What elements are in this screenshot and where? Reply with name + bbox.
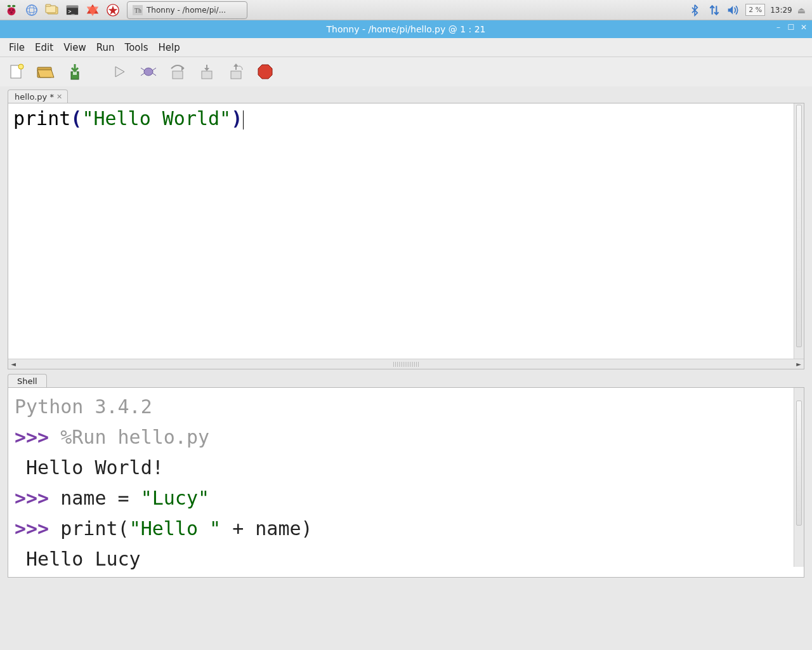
shell-run-cmd: %Run hello.py (60, 426, 209, 448)
step-out-button[interactable] (226, 62, 246, 82)
shell-line2-str: "Lucy" (141, 487, 209, 509)
editor-vscrollbar[interactable] (794, 103, 804, 359)
shell-prompt: >>> (15, 517, 60, 540)
menu-tools[interactable]: Tools (121, 39, 152, 56)
network-icon[interactable] (707, 3, 721, 17)
debug-button[interactable] (138, 62, 159, 82)
window-title: Thonny - /home/pi/hello.py @ 1 : 21 (326, 24, 485, 34)
os-taskbar: >_ Th Thonny - /home/pi/... 2 % 13:29 ⏏ (0, 0, 812, 20)
svg-marker-28 (115, 67, 124, 77)
svg-rect-36 (202, 71, 212, 79)
clock[interactable]: 13:29 (770, 6, 792, 15)
shell-body[interactable]: Python 3.4.2 >>> %Run hello.py Hello Wor… (8, 387, 804, 578)
maximize-button[interactable]: ☐ (787, 23, 796, 32)
svg-point-29 (144, 68, 153, 76)
new-file-button[interactable] (6, 62, 27, 82)
editor-body[interactable]: print("Hello World") ◄ ► (8, 103, 804, 369)
code-token-string: "Hello World" (82, 107, 231, 129)
volume-icon[interactable] (726, 3, 740, 17)
svg-point-1 (8, 4, 11, 7)
cpu-percent[interactable]: 2 % (745, 4, 765, 16)
svg-line-33 (152, 73, 156, 76)
menu-file[interactable]: File (5, 39, 29, 56)
code-token-rparen: ) (231, 107, 242, 129)
scrollbar-thumb[interactable] (796, 401, 802, 526)
shell-prompt: >>> (15, 426, 60, 448)
svg-point-23 (18, 64, 23, 69)
code-token-lparen: ( (70, 107, 82, 129)
svg-rect-38 (231, 71, 241, 79)
web-browser-icon[interactable] (23, 1, 41, 19)
taskbar-app-label: Thonny - /home/pi/... (147, 6, 226, 15)
svg-point-8 (29, 4, 34, 15)
terminal-icon[interactable]: >_ (63, 1, 81, 19)
shell-vscrollbar[interactable] (794, 388, 804, 567)
open-file-button[interactable] (36, 62, 56, 82)
shell-line2-pre: name = (60, 487, 140, 509)
wolfram-icon[interactable] (104, 1, 122, 19)
editor-hscrollbar[interactable]: ◄ ► (8, 359, 804, 369)
mathematica-icon[interactable] (84, 1, 102, 19)
shell-output-1: Hello World! (15, 456, 164, 479)
window-controls: – ☐ ✕ (774, 23, 808, 32)
file-manager-icon[interactable] (43, 1, 61, 19)
shell-output[interactable]: Python 3.4.2 >>> %Run hello.py Hello Wor… (8, 388, 804, 578)
save-file-button[interactable] (65, 62, 85, 82)
svg-line-32 (152, 68, 156, 70)
file-tab-hello[interactable]: hello.py * ✕ (8, 90, 68, 103)
shell-line3-post: + name) (221, 517, 313, 540)
svg-text:Th: Th (134, 7, 141, 14)
code-token-print: print (13, 107, 70, 129)
close-button[interactable]: ✕ (799, 23, 808, 32)
stop-button[interactable] (255, 62, 275, 82)
svg-rect-34 (173, 71, 183, 79)
taskbar-app-thonny[interactable]: Th Thonny - /home/pi/... (127, 1, 247, 19)
editor-panel: hello.py * ✕ print("Hello World") ◄ ► (8, 89, 804, 369)
shell-line3-str: "Hello " (129, 517, 221, 540)
close-tab-icon[interactable]: ✕ (56, 93, 62, 101)
editor-code[interactable]: print("Hello World") (8, 103, 804, 134)
os-tray: 2 % 13:29 ⏏ (688, 3, 809, 17)
svg-point-3 (8, 9, 11, 11)
text-cursor (243, 110, 244, 129)
window-titlebar[interactable]: Thonny - /home/pi/hello.py @ 1 : 21 – ☐ … (0, 20, 812, 38)
file-tab-label: hello.py * (15, 92, 54, 102)
scrollbar-thumb[interactable] (796, 105, 802, 347)
svg-rect-11 (46, 4, 51, 6)
menu-view[interactable]: View (60, 39, 90, 56)
scroll-left-icon[interactable]: ◄ (9, 360, 18, 369)
menu-help[interactable]: Help (155, 39, 184, 56)
svg-marker-40 (258, 65, 272, 79)
svg-marker-37 (204, 68, 209, 71)
file-tabs: hello.py * ✕ (8, 89, 804, 103)
shell-tab-label: Shell (17, 376, 37, 386)
svg-line-30 (141, 68, 145, 70)
svg-point-4 (12, 9, 15, 11)
shell-prompt: >>> (15, 487, 60, 509)
svg-point-5 (10, 11, 13, 13)
svg-rect-10 (46, 6, 56, 13)
toolbar (0, 57, 812, 86)
svg-marker-25 (37, 70, 54, 77)
bluetooth-icon[interactable] (688, 3, 702, 17)
menu-run[interactable]: Run (93, 39, 119, 56)
svg-point-0 (8, 7, 16, 15)
svg-line-31 (141, 73, 145, 76)
svg-marker-20 (728, 6, 733, 14)
scroll-right-icon[interactable]: ► (794, 360, 803, 369)
scrollbar-grip[interactable] (393, 362, 419, 367)
menu-edit[interactable]: Edit (31, 39, 57, 56)
eject-icon[interactable]: ⏏ (797, 5, 806, 15)
raspberry-menu-icon[interactable] (3, 1, 20, 19)
svg-marker-39 (233, 63, 239, 67)
run-button[interactable] (109, 62, 129, 82)
shell-banner: Python 3.4.2 (15, 395, 152, 418)
step-over-button[interactable] (167, 62, 188, 82)
shell-panel: Shell Python 3.4.2 >>> %Run hello.py Hel… (8, 373, 804, 578)
svg-text:>_: >_ (69, 8, 75, 14)
step-into-button[interactable] (197, 62, 217, 82)
thonny-app-icon: Th (133, 5, 143, 15)
shell-tab[interactable]: Shell (8, 374, 47, 388)
svg-point-2 (12, 4, 15, 7)
minimize-button[interactable]: – (774, 23, 783, 32)
